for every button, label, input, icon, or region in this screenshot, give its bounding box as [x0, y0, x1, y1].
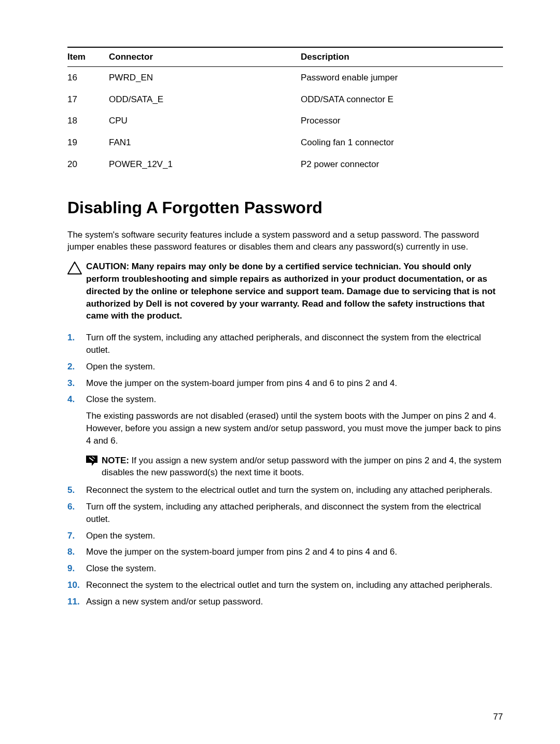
caution-prefix: CAUTION: — [86, 261, 132, 271]
step-text: Close the system. — [86, 562, 503, 575]
connector-table: Item Connector Description 16 PWRD_EN Pa… — [67, 47, 503, 175]
step-text: Close the system. — [86, 393, 503, 406]
cell-item: 20 — [67, 154, 109, 175]
step-subtext: The existing passwords are not disabled … — [86, 410, 503, 447]
step-text: Turn off the system, including any attac… — [86, 332, 503, 356]
step-9: Close the system. — [67, 562, 503, 575]
step-text: Assign a new system and/or setup passwor… — [86, 596, 503, 608]
step-text: Move the jumper on the system-board jump… — [86, 377, 503, 390]
cell-connector: ODD/SATA_E — [109, 89, 301, 111]
cell-connector: FAN1 — [109, 132, 301, 154]
step-text: Reconnect the system to the electrical o… — [86, 484, 503, 497]
svg-marker-1 — [86, 456, 97, 466]
step-7: Open the system. — [67, 530, 503, 542]
step-1: Turn off the system, including any attac… — [67, 332, 503, 356]
steps-list: Turn off the system, including any attac… — [67, 332, 503, 608]
note-text: NOTE: If you assign a new system and/or … — [102, 454, 503, 479]
header-item: Item — [67, 47, 109, 66]
caution-body: Many repairs may only be done by a certi… — [86, 261, 496, 321]
cell-connector: PWRD_EN — [109, 66, 301, 88]
table-header-row: Item Connector Description — [67, 47, 503, 66]
caution-text: CAUTION: Many repairs may only be done b… — [86, 260, 503, 322]
cell-item: 17 — [67, 89, 109, 111]
step-2: Open the system. — [67, 361, 503, 373]
cell-description: Password enable jumper — [301, 66, 503, 88]
step-text: Open the system. — [86, 361, 503, 373]
cell-description: ODD/SATA connector E — [301, 89, 503, 111]
caution-icon — [67, 260, 86, 322]
header-connector: Connector — [109, 47, 301, 66]
section-title: Disabling A Forgotten Password — [67, 196, 503, 219]
step-8: Move the jumper on the system-board jump… — [67, 546, 503, 558]
note-icon — [86, 454, 102, 479]
step-4: Close the system. The existing passwords… — [67, 393, 503, 479]
table-row: 16 PWRD_EN Password enable jumper — [67, 66, 503, 88]
header-description: Description — [301, 47, 503, 66]
cell-item: 19 — [67, 132, 109, 154]
section-intro: The system's software security features … — [67, 229, 503, 254]
note-prefix: NOTE: — [102, 456, 132, 465]
svg-marker-0 — [68, 262, 81, 274]
step-10: Reconnect the system to the electrical o… — [67, 579, 503, 591]
step-text: Turn off the system, including any attac… — [86, 501, 503, 526]
step-6: Turn off the system, including any attac… — [67, 501, 503, 526]
caution-block: CAUTION: Many repairs may only be done b… — [67, 260, 503, 322]
step-text: Open the system. — [86, 530, 503, 542]
table-row: 20 POWER_12V_1 P2 power connector — [67, 154, 503, 175]
cell-description: Cooling fan 1 connector — [301, 132, 503, 154]
table-row: 19 FAN1 Cooling fan 1 connector — [67, 132, 503, 154]
step-text: Move the jumper on the system-board jump… — [86, 546, 503, 558]
table-row: 17 ODD/SATA_E ODD/SATA connector E — [67, 89, 503, 111]
table-row: 18 CPU Processor — [67, 110, 503, 132]
cell-description: Processor — [301, 110, 503, 132]
cell-description: P2 power connector — [301, 154, 503, 175]
step-3: Move the jumper on the system-board jump… — [67, 377, 503, 390]
page-number: 77 — [493, 711, 503, 723]
step-text: Reconnect the system to the electrical o… — [86, 579, 503, 591]
note-block: NOTE: If you assign a new system and/or … — [86, 454, 503, 479]
step-11: Assign a new system and/or setup passwor… — [67, 596, 503, 608]
step-5: Reconnect the system to the electrical o… — [67, 484, 503, 497]
note-body: If you assign a new system and/or setup … — [102, 456, 501, 478]
cell-connector: CPU — [109, 110, 301, 132]
cell-connector: POWER_12V_1 — [109, 154, 301, 175]
cell-item: 16 — [67, 66, 109, 88]
cell-item: 18 — [67, 110, 109, 132]
